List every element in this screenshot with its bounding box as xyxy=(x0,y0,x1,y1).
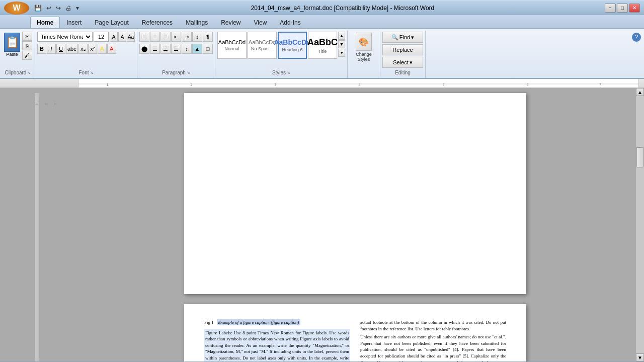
align-right-button[interactable]: ☰ xyxy=(160,44,171,54)
styles-label: Styles ↘ xyxy=(217,68,345,77)
paragraph-group: ≡ ≡ ≡ ⇤ ⇥ ↕ ¶ ⬤ ☰ ☰ ☰ ↕ ▲ □ xyxy=(137,31,215,78)
paragraph-label: Paragraph ↘ xyxy=(139,68,213,77)
font-label: Font ↘ xyxy=(37,68,135,77)
grow-font-button[interactable]: A xyxy=(110,32,118,42)
change-case-button[interactable]: Aa xyxy=(127,32,135,42)
style-heading6-label: Heading 6 xyxy=(282,47,302,52)
select-label: Select xyxy=(393,59,409,65)
help-button[interactable]: ? xyxy=(632,33,641,42)
numbering-button[interactable]: ≡ xyxy=(150,32,160,42)
paste-icon: 📋 xyxy=(4,33,20,52)
page-top-area xyxy=(204,108,506,133)
svg-text:7: 7 xyxy=(599,83,601,86)
main-area: 123 Fig 1 Example of a figure caption. (… xyxy=(0,88,644,361)
save-button[interactable]: 💾 xyxy=(33,4,43,12)
paste-button[interactable]: 📋 Paste xyxy=(3,32,21,58)
styles-content: AaBbCcDd Normal AaBbCcDd No Spaci... AaB… xyxy=(217,32,345,68)
minimize-button[interactable]: − xyxy=(605,4,616,13)
quick-access-customize[interactable]: ▾ xyxy=(74,4,80,12)
style-heading6[interactable]: AaBbCcDd Heading 6 xyxy=(278,32,307,59)
window-controls: − □ ✕ xyxy=(605,4,640,13)
close-button[interactable]: ✕ xyxy=(629,4,640,13)
style-normal[interactable]: AaBbCcDd Normal xyxy=(217,32,247,59)
select-button[interactable]: Select ▾ xyxy=(382,57,423,68)
ruler: 1 2 3 4 5 6 7 xyxy=(0,79,644,88)
borders-button[interactable]: □ xyxy=(203,44,213,54)
superscript-button[interactable]: x² xyxy=(88,44,97,54)
scroll-down-button[interactable]: ▼ xyxy=(636,353,644,361)
bold-button[interactable]: B xyxy=(37,44,46,54)
justify-button[interactable]: ☰ xyxy=(171,44,181,54)
style-title-label: Title xyxy=(318,49,327,54)
font-color-button[interactable]: A xyxy=(107,44,116,54)
sort-button[interactable]: ↕ xyxy=(192,32,202,42)
styles-group: AaBbCcDd Normal AaBbCcDd No Spaci... AaB… xyxy=(215,31,348,78)
styles-scroll-down[interactable]: ▼ xyxy=(338,40,345,48)
vertical-scrollbar[interactable]: ▲ ▼ xyxy=(636,88,644,361)
svg-text:2: 2 xyxy=(191,83,193,86)
cut-button[interactable]: ✂ xyxy=(22,32,32,41)
scroll-track[interactable] xyxy=(636,96,644,353)
select-dropdown-icon: ▾ xyxy=(410,59,413,66)
find-button[interactable]: 🔍 Find ▾ xyxy=(382,32,423,43)
tab-view[interactable]: View xyxy=(248,17,274,28)
line-spacing-button[interactable]: ↕ xyxy=(182,44,192,54)
align-center-button[interactable]: ☰ xyxy=(150,44,160,54)
paragraph-group-expand[interactable]: ↘ xyxy=(187,70,190,75)
undo-button[interactable]: ↩ xyxy=(45,4,53,12)
italic-button[interactable]: I xyxy=(47,44,56,54)
decrease-indent-button[interactable]: ⇤ xyxy=(171,32,181,42)
style-title[interactable]: AaBbC Title xyxy=(308,32,337,59)
office-button[interactable]: W xyxy=(4,2,29,15)
svg-text:3: 3 xyxy=(275,83,277,86)
document-columns: Fig 1 Example of a figure caption. (figu… xyxy=(204,319,506,361)
tab-insert[interactable]: Insert xyxy=(60,17,88,28)
show-marks-button[interactable]: ¶ xyxy=(203,32,213,42)
styles-more[interactable]: ▾ xyxy=(338,49,345,57)
clipboard-expand[interactable]: ↘ xyxy=(27,70,31,75)
multilevel-button[interactable]: ≡ xyxy=(160,32,171,42)
editing-group: 🔍 Find ▾ Replace Select ▾ Editing xyxy=(380,31,426,78)
increase-indent-button[interactable]: ⇥ xyxy=(182,32,192,42)
print-button[interactable]: 🖨 xyxy=(64,4,73,12)
tab-mailings[interactable]: Mailings xyxy=(179,17,214,28)
scroll-up-button[interactable]: ▲ xyxy=(636,88,644,96)
replace-button[interactable]: Replace xyxy=(382,44,423,55)
underline-button[interactable]: U xyxy=(56,44,65,54)
tab-home[interactable]: Home xyxy=(30,17,60,28)
left-ruler: 123 xyxy=(35,93,40,361)
strikethrough-button[interactable]: abc xyxy=(66,44,78,54)
subscript-button[interactable]: x₂ xyxy=(78,44,88,54)
document-left-column: Fig 1 Example of a figure caption. (figu… xyxy=(204,319,350,361)
find-icon: 🔍 xyxy=(391,34,398,41)
clipboard-content: 📋 Paste ✂ ⎘ 🖌 xyxy=(3,32,33,68)
change-styles-button[interactable]: 🎨 Change Styles xyxy=(351,32,377,63)
document-area[interactable]: Fig 1 Example of a figure caption. (figu… xyxy=(74,88,636,361)
font-size-input[interactable] xyxy=(94,32,109,42)
format-painter-button[interactable]: 🖌 xyxy=(22,51,32,60)
paragraph-row2: ⬤ ☰ ☰ ☰ ↕ ▲ □ xyxy=(139,44,213,54)
styles-group-expand[interactable]: ↘ xyxy=(287,70,290,75)
style-heading6-sample: AaBbCcDd xyxy=(274,38,310,46)
maximize-button[interactable]: □ xyxy=(617,4,628,13)
tab-review[interactable]: Review xyxy=(214,17,247,28)
shrink-font-button[interactable]: A xyxy=(118,32,126,42)
redo-button[interactable]: ↪ xyxy=(54,4,62,12)
highlight-button[interactable]: A xyxy=(98,44,107,54)
scroll-thumb[interactable] xyxy=(636,147,643,167)
svg-text:4: 4 xyxy=(359,83,361,86)
editing-content: 🔍 Find ▾ Replace Select ▾ xyxy=(382,32,423,68)
editing-label: Editing xyxy=(382,68,423,77)
tab-page-layout[interactable]: Page Layout xyxy=(88,17,135,28)
font-group-expand[interactable]: ↘ xyxy=(90,70,94,75)
tab-references[interactable]: References xyxy=(135,17,179,28)
svg-text:1: 1 xyxy=(107,83,109,86)
copy-button[interactable]: ⎘ xyxy=(22,41,32,50)
style-no-spacing[interactable]: AaBbCcDd No Spaci... xyxy=(248,32,277,59)
font-name-select[interactable]: Times New Roman xyxy=(37,32,93,42)
styles-scroll-up[interactable]: ▲ xyxy=(338,32,345,40)
shading-button[interactable]: ▲ xyxy=(192,44,202,54)
tab-addins[interactable]: Add-Ins xyxy=(273,17,307,28)
align-left-button[interactable]: ⬤ xyxy=(139,44,149,54)
bullets-button[interactable]: ≡ xyxy=(139,32,149,42)
